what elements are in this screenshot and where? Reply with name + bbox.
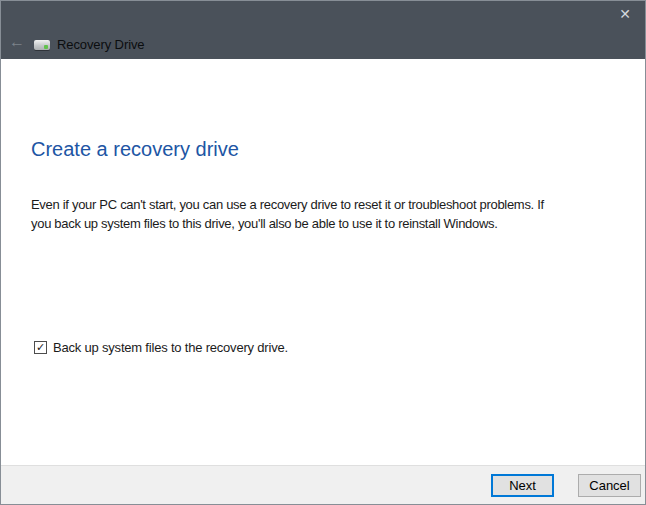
back-button[interactable]: ←: [6, 32, 28, 52]
page-title: Create a recovery drive: [31, 138, 239, 161]
recovery-drive-icon: [34, 40, 50, 50]
wizard-content: Create a recovery drive Even if your PC …: [1, 59, 645, 464]
description-line-2: you back up system files to this drive, …: [31, 214, 544, 233]
description-line-1: Even if your PC can't start, you can use…: [31, 195, 544, 214]
checkbox-box[interactable]: ✓: [34, 341, 47, 354]
checkmark-icon: ✓: [36, 342, 45, 353]
titlebar: ✕ ← Recovery Drive: [1, 1, 645, 59]
back-arrow-icon: ←: [9, 33, 25, 51]
checkbox-label: Back up system files to the recovery dri…: [53, 340, 288, 355]
footer-bar: Next Cancel: [1, 465, 645, 504]
next-button[interactable]: Next: [491, 474, 554, 497]
recovery-drive-window: ✕ ← Recovery Drive Create a recovery dri…: [0, 0, 646, 505]
cancel-button[interactable]: Cancel: [578, 474, 641, 497]
description-text: Even if your PC can't start, you can use…: [31, 195, 544, 233]
window-title: Recovery Drive: [57, 37, 144, 52]
close-button[interactable]: ✕: [611, 3, 639, 25]
close-icon: ✕: [619, 6, 631, 22]
drive-led-dot: [44, 45, 48, 49]
backup-system-files-checkbox[interactable]: ✓ Back up system files to the recovery d…: [34, 340, 288, 355]
